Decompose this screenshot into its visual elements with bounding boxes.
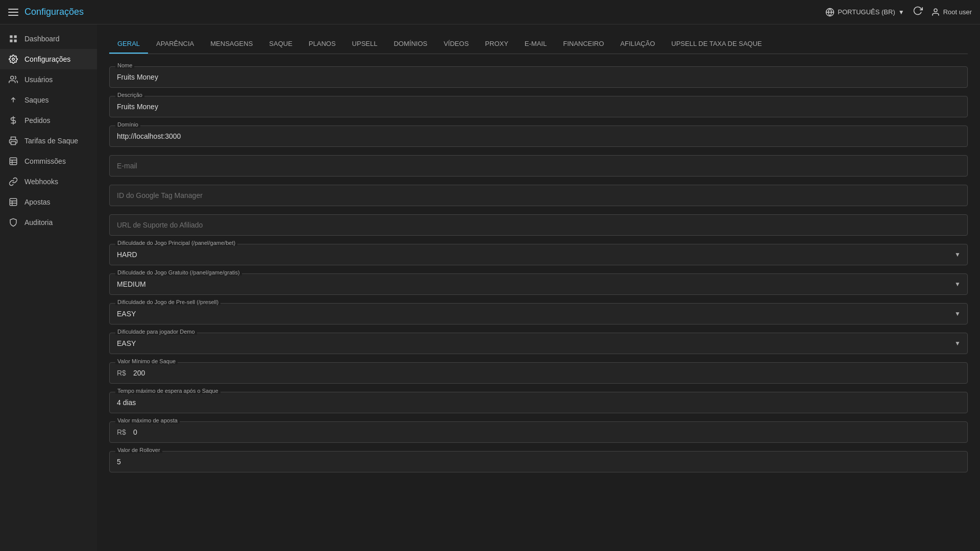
dominio-field-wrapper: Domínio <box>109 126 968 147</box>
descricao-label: Descrição <box>115 92 144 98</box>
menu-toggle[interactable] <box>8 9 18 16</box>
tab-videos[interactable]: VÍDEOS <box>435 35 477 54</box>
user-name: Root user <box>943 8 972 16</box>
upload-icon <box>8 95 18 105</box>
sidebar-item-webhooks[interactable]: Webhooks <box>0 171 97 192</box>
sidebar-item-saques[interactable]: Saques <box>0 90 97 110</box>
sidebar-item-apostas[interactable]: Apostas <box>0 192 97 212</box>
dificuldade-demo-select[interactable]: HARD MEDIUM EASY <box>109 333 968 354</box>
rollover-wrapper: Valor de Rollover <box>109 451 968 472</box>
tempo-espera-wrapper: Tempo máximo de espera após o Saque <box>109 392 968 413</box>
valor-maximo-input[interactable] <box>126 422 967 442</box>
translate-icon <box>825 8 835 17</box>
svg-rect-4 <box>14 35 17 38</box>
sidebar-label-comissoes: Commissões <box>24 157 66 165</box>
dificuldade-gratuito-select[interactable]: HARD MEDIUM EASY <box>109 273 968 295</box>
apostas-icon <box>8 197 18 207</box>
tab-proxy[interactable]: PROXY <box>477 35 517 54</box>
topbar: Configurações PORTUGUÊS (BR) ▼ Root user <box>0 0 980 24</box>
dificuldade-gratuito-wrapper: Dificuldade do Jogo Gratuito (/panel/gam… <box>109 273 968 295</box>
sidebar-label-tarifas: Tarifas de Saque <box>24 137 78 145</box>
sidebar-item-usuarios[interactable]: Usuários <box>0 69 97 90</box>
dificuldade-gratuito-select-wrapper: HARD MEDIUM EASY ▼ <box>109 273 968 295</box>
receipt-icon <box>8 136 18 146</box>
svg-rect-16 <box>10 198 17 206</box>
dificuldade-principal-select-wrapper: HARD MEDIUM EASY ▼ <box>109 244 968 265</box>
dificuldade-presell-label: Dificuldade do Jogo de Pre-sell (/presel… <box>115 299 220 305</box>
tab-mensagens[interactable]: MENSAGENS <box>202 35 261 54</box>
rollover-input[interactable] <box>109 451 968 472</box>
table-icon <box>8 156 18 166</box>
account-icon <box>931 8 940 17</box>
email-field-wrapper <box>109 155 968 177</box>
tab-saque[interactable]: SAQUE <box>261 35 301 54</box>
user-info: Root user <box>931 8 972 17</box>
sidebar: Dashboard Configurações Usuários Saques <box>0 24 97 551</box>
url-suporte-input[interactable] <box>109 214 968 236</box>
valor-maximo-prefix-wrapper: R$ <box>109 421 968 443</box>
language-selector[interactable]: PORTUGUÊS (BR) ▼ <box>825 8 904 17</box>
dificuldade-demo-wrapper: Dificuldade para jogador Demo HARD MEDIU… <box>109 333 968 354</box>
tab-dominios[interactable]: DOMÍNIOS <box>385 35 435 54</box>
descricao-field-wrapper: Descrição <box>109 96 968 117</box>
dificuldade-presell-select[interactable]: HARD MEDIUM EASY <box>109 303 968 324</box>
sidebar-item-comissoes[interactable]: Commissões <box>0 151 97 171</box>
sidebar-label-saques: Saques <box>24 96 48 104</box>
tab-aparencia[interactable]: APARÊNCIA <box>148 35 202 54</box>
sidebar-item-configuracoes[interactable]: Configurações <box>0 49 97 69</box>
tab-upsell-taxa[interactable]: UPSELL DE TAXA DE SAQUE <box>663 35 770 54</box>
sidebar-label-configuracoes: Configurações <box>24 55 70 63</box>
svg-rect-3 <box>10 35 12 38</box>
valor-minimo-input[interactable] <box>126 363 967 383</box>
sidebar-label-auditoria: Auditoria <box>24 218 53 227</box>
refresh-button[interactable] <box>913 6 923 18</box>
geral-form: Nome Descrição Domínio <box>109 66 968 472</box>
dificuldade-demo-select-wrapper: HARD MEDIUM EASY ▼ <box>109 333 968 354</box>
nome-input[interactable] <box>109 66 968 88</box>
sidebar-label-apostas: Apostas <box>24 198 51 206</box>
dominio-input[interactable] <box>109 126 968 147</box>
dificuldade-presell-select-wrapper: HARD MEDIUM EASY ▼ <box>109 303 968 324</box>
sidebar-item-dashboard[interactable]: Dashboard <box>0 29 97 49</box>
dificuldade-principal-label: Dificuldade do Jogo Principal (/panel/ga… <box>115 240 237 246</box>
topbar-left: Configurações <box>8 7 84 17</box>
topbar-right: PORTUGUÊS (BR) ▼ Root user <box>825 6 972 18</box>
valor-maximo-label: Valor máximo de aposta <box>115 417 180 423</box>
valor-minimo-label: Valor Mínimo de Saque <box>115 358 178 364</box>
tempo-espera-label: Tempo máximo de espera após o Saque <box>115 388 220 394</box>
content-area: GERAL APARÊNCIA MENSAGENS SAQUE PLANOS U… <box>97 24 980 551</box>
tab-planos[interactable]: PLANOS <box>301 35 344 54</box>
tab-financeiro[interactable]: FINANCEIRO <box>555 35 612 54</box>
dificuldade-demo-label: Dificuldade para jogador Demo <box>115 329 197 335</box>
tab-upsell[interactable]: UPSELL <box>344 35 386 54</box>
valor-maximo-prefix: R$ <box>110 422 126 442</box>
dificuldade-principal-select[interactable]: HARD MEDIUM EASY <box>109 244 968 265</box>
dificuldade-principal-wrapper: Dificuldade do Jogo Principal (/panel/ga… <box>109 244 968 265</box>
sidebar-item-pedidos[interactable]: Pedidos <box>0 110 97 131</box>
svg-point-7 <box>12 58 15 61</box>
sidebar-item-auditoria[interactable]: Auditoria <box>0 212 97 233</box>
chevron-down-icon: ▼ <box>898 9 904 16</box>
svg-rect-5 <box>10 40 12 42</box>
sidebar-item-tarifas[interactable]: Tarifas de Saque <box>0 131 97 151</box>
sidebar-label-dashboard: Dashboard <box>24 35 60 43</box>
tab-geral[interactable]: GERAL <box>109 35 148 54</box>
tab-afiliacao[interactable]: AFILIAÇÃO <box>612 35 663 54</box>
settings-icon <box>8 54 18 64</box>
main-layout: Dashboard Configurações Usuários Saques <box>0 24 980 551</box>
link-icon <box>8 177 18 187</box>
svg-point-8 <box>11 76 14 79</box>
people-icon <box>8 74 18 85</box>
gtm-input[interactable] <box>109 185 968 206</box>
gtm-field-wrapper <box>109 185 968 206</box>
refresh-icon <box>913 6 923 16</box>
descricao-input[interactable] <box>109 96 968 117</box>
dificuldade-gratuito-label: Dificuldade do Jogo Gratuito (/panel/gam… <box>115 269 242 276</box>
valor-minimo-prefix-wrapper: R$ <box>109 362 968 384</box>
email-input[interactable] <box>109 155 968 177</box>
tab-email[interactable]: E-MAIL <box>517 35 555 54</box>
language-label: PORTUGUÊS (BR) <box>838 8 895 16</box>
valor-maximo-wrapper: Valor máximo de aposta R$ <box>109 421 968 443</box>
tempo-espera-input[interactable] <box>109 392 968 413</box>
svg-rect-11 <box>11 142 16 145</box>
